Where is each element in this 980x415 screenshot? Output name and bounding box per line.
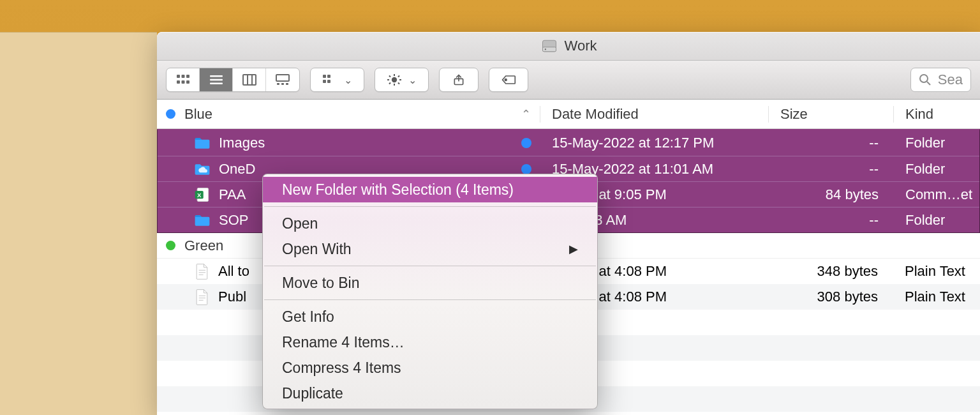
file-size: 348 bytes <box>768 263 893 280</box>
svg-rect-4 <box>181 75 184 78</box>
svg-rect-19 <box>323 75 326 78</box>
svg-rect-1 <box>542 47 556 52</box>
view-switcher <box>166 68 300 92</box>
svg-rect-6 <box>177 80 180 84</box>
file-name: SOP <box>219 212 248 229</box>
group-by-button[interactable]: ⌄ <box>310 68 364 92</box>
svg-rect-17 <box>281 83 284 85</box>
file-name: All to <box>218 263 249 280</box>
column-kind[interactable]: Kind <box>893 106 980 123</box>
window-title: Work <box>565 38 597 54</box>
list-header: Blue ⌃ Date Modified Size Kind <box>157 100 980 129</box>
file-kind: Folder <box>894 135 979 151</box>
svg-rect-25 <box>394 84 395 86</box>
svg-rect-31 <box>397 82 400 85</box>
svg-rect-27 <box>399 79 401 80</box>
file-size: -- <box>769 212 894 229</box>
svg-point-2 <box>544 49 546 50</box>
file-kind: Plain Text <box>893 263 980 280</box>
svg-rect-26 <box>387 79 389 80</box>
sort-indicator-icon: ⌃ <box>521 107 531 121</box>
column-name[interactable]: Blue ⌃ <box>157 106 540 123</box>
svg-rect-21 <box>323 80 326 83</box>
titlebar[interactable]: Work <box>157 32 980 61</box>
svg-rect-16 <box>277 83 279 85</box>
sidebar-background <box>0 32 157 415</box>
column-name-label: Blue <box>184 106 212 123</box>
file-kind: Folder <box>894 212 979 229</box>
svg-rect-15 <box>276 75 289 81</box>
tag-dot-icon <box>521 138 531 148</box>
svg-line-35 <box>927 82 930 85</box>
file-kind: Comm…et <box>894 186 979 203</box>
text-file-icon <box>193 262 211 280</box>
file-size: -- <box>769 135 894 151</box>
desktop-background <box>0 0 980 32</box>
svg-point-33 <box>505 79 507 81</box>
file-size: 84 bytes <box>769 186 894 203</box>
chevron-down-icon: ⌄ <box>344 74 352 86</box>
search-icon <box>919 73 932 86</box>
svg-rect-28 <box>389 75 391 78</box>
file-name: OneD <box>219 161 255 177</box>
file-name: PAA <box>219 186 246 203</box>
view-columns-button[interactable] <box>233 68 266 91</box>
svg-rect-8 <box>186 80 189 84</box>
file-name: Images <box>219 135 265 151</box>
table-row[interactable]: Images 15-May-2022 at 12:17 PM -- Folder <box>158 130 979 156</box>
folder-icon <box>193 134 211 152</box>
svg-rect-5 <box>186 75 189 78</box>
excel-file-icon: X <box>193 186 211 204</box>
file-name: Publ <box>218 289 246 305</box>
svg-rect-7 <box>181 80 184 84</box>
svg-rect-24 <box>394 74 395 76</box>
column-date-modified[interactable]: Date Modified <box>540 106 768 123</box>
chevron-down-icon: ⌄ <box>408 74 417 86</box>
svg-rect-10 <box>210 79 223 81</box>
svg-rect-9 <box>210 75 223 77</box>
svg-text:X: X <box>197 191 202 198</box>
file-size: 308 bytes <box>768 289 893 305</box>
tags-button[interactable] <box>489 68 528 92</box>
svg-rect-30 <box>389 82 391 85</box>
svg-rect-11 <box>210 82 223 84</box>
tag-dot-blue-icon <box>166 109 175 119</box>
search-field[interactable]: Sea <box>910 68 971 92</box>
svg-rect-12 <box>243 75 256 85</box>
file-kind: Folder <box>894 161 979 177</box>
menu-separator <box>264 299 596 300</box>
volume-icon <box>540 37 558 55</box>
menu-compress[interactable]: Compress 4 Items <box>263 355 597 381</box>
svg-rect-29 <box>397 75 400 78</box>
share-button[interactable] <box>439 68 479 92</box>
svg-rect-22 <box>327 80 330 83</box>
view-gallery-button[interactable] <box>266 68 299 91</box>
menu-separator <box>264 266 596 266</box>
svg-rect-3 <box>177 75 180 78</box>
menu-get-info[interactable]: Get Info <box>263 304 597 329</box>
context-menu: New Folder with Selection (4 Items) Open… <box>262 174 598 409</box>
menu-duplicate[interactable]: Duplicate <box>263 381 597 406</box>
submenu-arrow-icon: ▶ <box>569 242 578 256</box>
action-menu-button[interactable]: ⌄ <box>375 68 429 92</box>
search-placeholder: Sea <box>938 72 963 88</box>
onedrive-folder-icon <box>193 160 211 178</box>
menu-open[interactable]: Open <box>263 211 597 236</box>
folder-icon <box>193 211 211 229</box>
svg-point-23 <box>392 77 397 82</box>
tag-dot-green-icon <box>166 241 175 250</box>
menu-new-folder-with-selection[interactable]: New Folder with Selection (4 Items) <box>263 177 597 202</box>
svg-rect-18 <box>286 83 288 85</box>
text-file-icon <box>193 288 211 306</box>
file-date: 15-May-2022 at 12:17 PM <box>540 135 769 151</box>
column-size[interactable]: Size <box>768 106 893 123</box>
svg-rect-20 <box>327 75 330 78</box>
view-icons-button[interactable] <box>167 68 200 91</box>
menu-move-to-bin[interactable]: Move to Bin <box>263 270 597 296</box>
file-size: -- <box>769 161 894 177</box>
view-list-button[interactable] <box>200 68 233 91</box>
menu-open-with[interactable]: Open With ▶ <box>263 236 597 262</box>
svg-point-34 <box>920 75 928 82</box>
menu-rename[interactable]: Rename 4 Items… <box>263 329 597 355</box>
group-label-text: Green <box>184 238 223 254</box>
